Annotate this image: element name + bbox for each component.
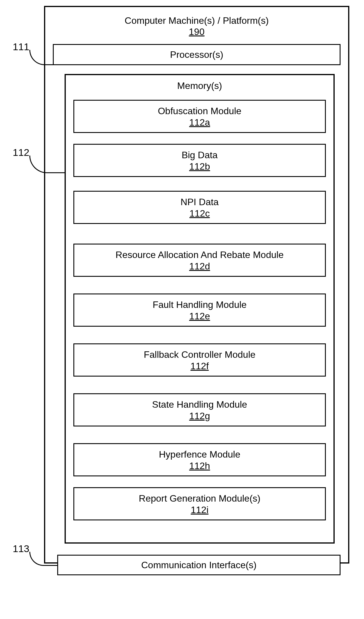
module-ref: 112b [77,161,322,172]
module-ref: 112i [77,505,322,515]
outer-platform-title: Computer Machine(s) / Platform(s) [45,15,348,26]
callout-111-curve [29,50,53,65]
module-ref: 112e [77,311,322,322]
diagram-canvas: Computer Machine(s) / Platform(s) 190 Pr… [0,0,364,581]
module-obfuscation: Obfuscation Module 112a [73,100,326,133]
module-ref: 112c [77,208,322,219]
outer-platform-header: Computer Machine(s) / Platform(s) 190 [45,7,348,37]
callout-112-curve [29,156,65,173]
module-title: Fault Handling Module [77,299,322,310]
module-ref: 112d [77,261,322,272]
module-report-generation: Report Generation Module(s) 112i [73,487,326,520]
module-title: Big Data [77,149,322,161]
callout-113-curve [29,552,58,566]
module-npi-data: NPI Data 112c [73,191,326,224]
module-title: Resource Allocation And Rebate Module [77,249,322,260]
processor-label: Processor(s) [170,49,223,60]
communication-interface-label: Communication Interface(s) [141,560,257,570]
processor-box: Processor(s) [53,44,341,65]
module-ref: 112a [77,117,322,128]
module-title: NPI Data [77,196,322,208]
module-title: Hyperfence Module [77,449,322,460]
outer-platform-ref: 190 [45,26,348,37]
module-title: State Handling Module [77,399,322,410]
module-fault-handling: Fault Handling Module 112e [73,294,326,327]
callout-112-label: 112 [6,147,29,158]
module-title: Fallback Controller Module [77,349,322,360]
module-fallback-controller: Fallback Controller Module 112f [73,343,326,377]
module-ref: 112f [77,361,322,372]
module-title: Obfuscation Module [77,105,322,117]
module-resource-allocation: Resource Allocation And Rebate Module 11… [73,244,326,277]
callout-111-label: 111 [6,41,29,53]
module-big-data: Big Data 112b [73,144,326,177]
module-ref: 112g [77,411,322,421]
callout-113-label: 113 [6,543,29,554]
communication-interface-box: Communication Interface(s) [57,555,341,575]
module-state-handling: State Handling Module 112g [73,393,326,426]
module-ref: 112h [77,461,322,471]
module-hyperfence: Hyperfence Module 112h [73,443,326,476]
memory-title: Memory(s) [66,75,333,91]
module-title: Report Generation Module(s) [77,493,322,504]
